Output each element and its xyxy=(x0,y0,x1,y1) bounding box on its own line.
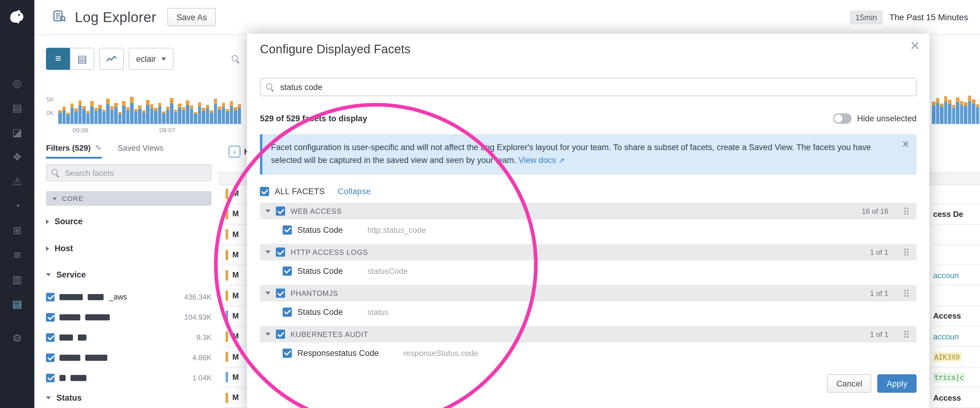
log-row[interactable] xyxy=(932,286,980,306)
search-icon[interactable] xyxy=(232,55,240,63)
infrastructure-icon[interactable]: ❖ xyxy=(10,152,24,162)
drag-handle-icon[interactable] xyxy=(904,289,909,297)
checkbox-checked[interactable] xyxy=(46,313,54,321)
facet-section-status[interactable]: Status xyxy=(46,393,212,402)
service-facet-item[interactable]: 1.04K xyxy=(46,368,212,388)
list-view-button[interactable]: ≡ xyxy=(46,48,70,70)
facet-section-service[interactable]: Service xyxy=(46,270,212,279)
facet-section-label: Service xyxy=(56,270,86,279)
settings-icon[interactable]: ⚙ xyxy=(10,333,24,344)
checkbox-checked[interactable] xyxy=(46,373,54,382)
cancel-button[interactable]: Cancel xyxy=(827,374,871,393)
group-checkbox-checked[interactable] xyxy=(276,289,285,298)
checkbox-checked[interactable] xyxy=(46,292,54,301)
warn-segment xyxy=(932,102,935,105)
drag-handle-icon[interactable] xyxy=(904,248,909,256)
apply-button[interactable]: Apply xyxy=(877,374,916,393)
info-segment xyxy=(114,107,118,124)
histogram-bar xyxy=(142,110,145,124)
modal-search-box[interactable] xyxy=(260,78,916,96)
facet-group-header[interactable]: HTTP ACCESS LOGS1 of 1 xyxy=(260,244,916,260)
drag-handle-icon[interactable] xyxy=(904,330,909,338)
facet-checkbox-checked[interactable] xyxy=(283,348,292,357)
log-row[interactable]: accoun xyxy=(932,327,980,347)
hide-unselected-toggle[interactable] xyxy=(833,113,851,124)
pipelines-icon[interactable]: ≋ xyxy=(10,250,24,260)
group-checkbox-checked[interactable] xyxy=(276,248,285,257)
collapse-link[interactable]: Collapse xyxy=(338,187,371,196)
chevron-down-icon[interactable] xyxy=(266,210,270,213)
log-message-fragment: M xyxy=(232,189,239,198)
saved-view-dropdown[interactable]: eclair xyxy=(129,48,174,70)
facet-group-header[interactable]: PHANTOMJS1 of 1 xyxy=(260,285,916,302)
service-facet-item[interactable]: 9.3K xyxy=(46,327,212,348)
time-chip[interactable]: 15min xyxy=(850,10,883,24)
log-row[interactable]: AIK3X0 xyxy=(932,347,980,368)
tab-saved-views[interactable]: Saved Views xyxy=(118,143,164,157)
service-facet-item[interactable]: _aws436.34K xyxy=(46,287,212,307)
chevron-down-icon[interactable] xyxy=(266,251,270,254)
facet-row: Status Codestatus xyxy=(260,302,916,322)
warn-segment xyxy=(170,98,173,103)
checkbox-checked[interactable] xyxy=(46,333,54,341)
table-view-button[interactable]: ▤ xyxy=(70,48,94,70)
facet-group-header[interactable]: WEB ACCESS16 of 16 xyxy=(260,203,916,219)
integrations-icon[interactable]: ⊞ xyxy=(10,225,24,236)
service-facet-item[interactable]: 4.86K xyxy=(46,348,212,368)
chart-view-button[interactable] xyxy=(99,48,124,70)
datadog-logo-icon[interactable] xyxy=(0,0,34,34)
log-row[interactable]: Access xyxy=(932,306,980,327)
facet-search-input[interactable] xyxy=(64,168,206,178)
time-range-picker[interactable]: 15min The Past 15 Minutes xyxy=(850,10,968,24)
facet-section-host[interactable]: Host xyxy=(46,244,212,253)
redacted-label xyxy=(85,314,110,320)
banner-close-icon[interactable]: × xyxy=(902,138,909,150)
checkbox-checked[interactable] xyxy=(46,353,54,362)
facet-group-header[interactable]: KUBERNETES AUDIT1 of 1 xyxy=(260,326,916,343)
histogram-bar xyxy=(182,107,185,124)
facet-checkbox-checked[interactable] xyxy=(283,307,292,316)
events-icon[interactable]: ▤ xyxy=(10,103,24,113)
apm-icon[interactable]: ◔ xyxy=(10,201,24,211)
log-volume-histogram[interactable] xyxy=(58,89,243,124)
facet-group: WEB ACCESS16 of 16Status Codehttp.status… xyxy=(260,203,916,240)
log-row[interactable]: accoun xyxy=(932,265,980,286)
warn-segment xyxy=(202,108,205,111)
pencil-icon[interactable]: ✎ xyxy=(95,143,102,152)
chevron-down-icon[interactable] xyxy=(266,333,270,336)
warn-segment xyxy=(944,96,947,102)
watchdog-icon[interactable]: ◎ xyxy=(10,78,24,89)
dashboards-icon[interactable]: ◪ xyxy=(10,127,24,138)
warn-segment xyxy=(968,95,971,101)
chevron-down-icon[interactable] xyxy=(266,292,270,295)
log-row[interactable] xyxy=(932,224,980,245)
close-icon[interactable]: × xyxy=(910,37,920,53)
back-icon[interactable]: ‹ xyxy=(229,146,240,157)
log-row[interactable]: trics|c xyxy=(932,367,980,388)
all-facets-checkbox[interactable] xyxy=(260,187,269,196)
sidebar-nav: ◎▤◪❖⚠◔⊞≋▥▤⚙ xyxy=(10,78,24,408)
tab-filters[interactable]: Filters (529) ✎ xyxy=(46,143,102,159)
log-row[interactable]: cess De xyxy=(932,204,980,225)
group-checkbox-checked[interactable] xyxy=(276,206,285,216)
info-segment xyxy=(956,102,959,124)
core-group-header[interactable]: CORE xyxy=(46,191,212,206)
modal-search-input[interactable] xyxy=(279,82,910,92)
view-docs-link[interactable]: View docs xyxy=(519,156,556,165)
info-segment xyxy=(106,104,110,124)
facet-value-count: 9.3K xyxy=(196,333,212,341)
facet-section-source[interactable]: Source xyxy=(46,217,212,226)
save-as-button[interactable]: Save As xyxy=(167,8,216,26)
log-row[interactable] xyxy=(932,184,980,204)
facet-checkbox-checked[interactable] xyxy=(283,225,292,234)
log-explorer-icon[interactable]: ▤ xyxy=(10,299,24,310)
service-facet-item[interactable]: 104.93K xyxy=(46,307,212,327)
log-row[interactable] xyxy=(932,245,980,265)
drag-handle-icon[interactable] xyxy=(904,207,909,215)
group-checkbox-checked[interactable] xyxy=(276,330,285,339)
facet-checkbox-checked[interactable] xyxy=(283,266,292,275)
facet-search-box[interactable] xyxy=(46,164,212,181)
notebooks-icon[interactable]: ▥ xyxy=(10,275,24,285)
log-row[interactable]: Access xyxy=(932,388,980,408)
monitors-icon[interactable]: ⚠ xyxy=(10,176,24,187)
